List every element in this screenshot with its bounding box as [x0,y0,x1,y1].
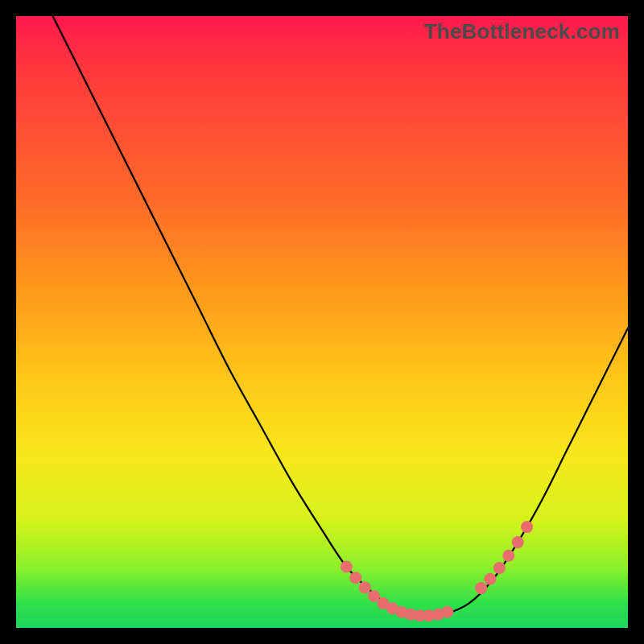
plot-gradient-background [16,16,628,628]
watermark-label: TheBottleneck.com [424,19,620,44]
chart-frame: TheBottleneck.com [16,16,628,628]
